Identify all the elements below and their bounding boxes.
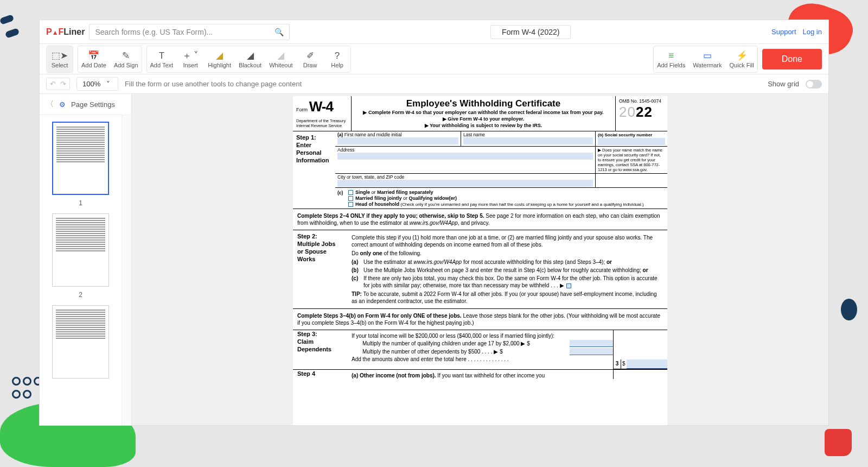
hint-text: Fill the form or use another tools to ch… <box>125 80 302 88</box>
sidebar: 〈 ⚙ Page Settings 1 2 <box>40 94 132 425</box>
form-title: Employee's Withholding Certificate <box>357 98 610 109</box>
dependents-amount-field[interactable] <box>570 348 613 355</box>
fields-icon: ≡ <box>668 50 674 62</box>
undo-redo-group: ↶ ↷ <box>46 78 70 90</box>
sub-toolbar: ↶ ↷ 100% ˅ Fill the form or use another … <box>40 74 828 94</box>
highlight-icon: ◢ <box>216 50 223 62</box>
sidebar-back-button[interactable]: 〈 <box>46 99 54 109</box>
form-header: Form W-4 Department of the TreasuryInter… <box>293 96 667 131</box>
step2c-checkbox[interactable] <box>566 283 571 288</box>
tool-insert[interactable]: ＋ ˅Insert <box>177 46 203 72</box>
tool-highlight[interactable]: ◢Highlight <box>205 46 234 72</box>
sidebar-header: 〈 ⚙ Page Settings <box>40 94 131 115</box>
tool-select[interactable]: ⬚➤Select <box>47 46 73 72</box>
signature-icon: ✎ <box>122 50 130 62</box>
form-page: Form W-4 Department of the TreasuryInter… <box>293 96 667 425</box>
document-title: Form W-4 (2022) <box>490 25 571 39</box>
gear-icon: ⚙ <box>59 100 66 109</box>
whiteout-icon: ◢ <box>277 50 284 62</box>
pdf-badge-icon <box>825 429 852 456</box>
app-logo[interactable]: P▲FLiner <box>46 27 85 37</box>
search-input[interactable]: Search forms (e.g. US Tax Form)... 🔍 <box>89 24 290 40</box>
search-icon[interactable]: 🔍 <box>275 28 284 36</box>
blackout-icon: ◢ <box>247 50 254 62</box>
main-area: 〈 ⚙ Page Settings 1 2 <box>40 94 828 425</box>
plus-icon: ＋ ˅ <box>182 50 199 62</box>
city-field[interactable] <box>337 180 593 187</box>
toolbar: ⬚➤Select 📅Add Date ✎Add Sign TAdd Text ＋… <box>40 44 828 74</box>
show-grid-label: Show grid <box>768 80 799 88</box>
tool-draw[interactable]: ✐Draw <box>297 46 323 72</box>
support-link[interactable]: Support <box>771 28 796 36</box>
page-settings-label[interactable]: Page Settings <box>71 100 115 109</box>
thumbnail-1[interactable] <box>52 122 109 195</box>
tool-blackout[interactable]: ◢Blackout <box>235 46 265 72</box>
step2: Step 2: Multiple Jobs or Spouse Works Co… <box>293 230 667 309</box>
draw-icon: ✐ <box>307 50 314 62</box>
bolt-icon: ⚡ <box>736 50 748 62</box>
watermark-icon: ▭ <box>703 50 712 62</box>
tool-add-date[interactable]: 📅Add Date <box>78 46 110 72</box>
search-placeholder: Search forms (e.g. US Tax Form)... <box>95 28 213 36</box>
show-grid-toggle[interactable] <box>806 80 822 89</box>
done-button[interactable]: Done <box>762 49 822 70</box>
tool-add-text[interactable]: TAdd Text <box>147 46 177 72</box>
filing-hoh-checkbox[interactable] <box>348 202 353 207</box>
tool-help[interactable]: ?Help <box>324 46 350 72</box>
thumbnail-2[interactable] <box>52 213 109 287</box>
first-name-field[interactable] <box>337 137 458 144</box>
last-name-field[interactable] <box>463 137 593 144</box>
calendar-icon: 📅 <box>88 50 99 62</box>
thumbnail-scrollbar[interactable] <box>122 115 131 425</box>
app-window: P▲FLiner Search forms (e.g. US Tax Form)… <box>39 20 829 426</box>
tool-whiteout[interactable]: ◢Whiteout <box>266 46 296 72</box>
page-thumbnails: 1 2 <box>40 115 122 425</box>
step4: Step 4 (a) Other income (not from jobs).… <box>293 370 667 379</box>
thumb-label-2: 2 <box>79 291 82 299</box>
login-link[interactable]: Log in <box>803 28 822 36</box>
ssn-field[interactable] <box>598 138 665 145</box>
text-icon: T <box>159 50 164 62</box>
help-icon: ? <box>335 50 340 62</box>
address-field[interactable] <box>337 153 593 160</box>
tool-add-sign[interactable]: ✎Add Sign <box>111 46 142 72</box>
tool-watermark[interactable]: ▭Watermark <box>690 46 725 72</box>
header-links: Support Log in <box>771 28 822 36</box>
zoom-select[interactable]: 100% ˅ <box>76 77 118 91</box>
step1: Step 1: Enter Personal Information (a) F… <box>293 131 667 209</box>
decor-circles <box>11 376 43 402</box>
step3: Step 3: Claim Dependents If your total i… <box>293 330 667 370</box>
decor-lines <box>0 16 27 65</box>
redo-button[interactable]: ↷ <box>60 80 66 88</box>
tool-quick-fill[interactable]: ⚡Quick Fill <box>726 46 757 72</box>
document-viewport[interactable]: Form W-4 Department of the TreasuryInter… <box>132 94 828 425</box>
filing-joint-checkbox[interactable] <box>348 196 353 201</box>
thumb-label-1: 1 <box>79 199 82 207</box>
header-bar: P▲FLiner Search forms (e.g. US Tax Form)… <box>40 20 828 44</box>
step3-total-field[interactable] <box>627 359 667 369</box>
children-amount-field[interactable] <box>570 340 613 347</box>
instruction-2: Complete Steps 3–4(b) on Form W-4 for on… <box>293 309 667 330</box>
filing-single-checkbox[interactable] <box>348 190 353 195</box>
thumbnail-3[interactable] <box>52 305 109 378</box>
decor-dot <box>841 299 857 320</box>
undo-button[interactable]: ↶ <box>50 80 56 88</box>
cursor-icon: ⬚➤ <box>52 50 68 62</box>
instruction-1: Complete Steps 2–4 ONLY if they apply to… <box>293 209 667 230</box>
tool-add-fields[interactable]: ≡Add Fields <box>654 46 688 72</box>
